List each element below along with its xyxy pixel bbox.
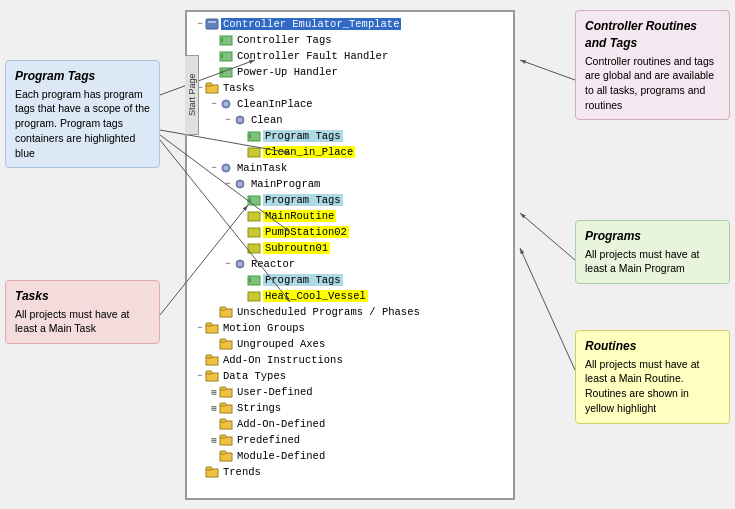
svg-point-20: [238, 182, 242, 186]
tree-node-motion-groups[interactable]: − Motion Groups: [195, 320, 509, 336]
str-label[interactable]: Strings: [235, 402, 283, 414]
svg-rect-16: [248, 148, 260, 157]
tree-node-unscheduled[interactable]: Unscheduled Programs / Phases: [195, 304, 509, 320]
tree-node-clean[interactable]: − Clean: [195, 112, 509, 128]
svg-rect-36: [220, 339, 226, 342]
cip-label[interactable]: CleanInPlace: [235, 98, 315, 110]
mg-expander[interactable]: −: [195, 323, 205, 333]
folder-icon-tr: [205, 466, 219, 478]
tree-node-strings[interactable]: ⊞ Strings: [195, 400, 509, 416]
pd-expander[interactable]: ⊞: [209, 435, 219, 446]
folder-icon-ai: [205, 354, 219, 366]
aod-label[interactable]: Add-On-Defined: [235, 418, 327, 430]
tree-node-heat-cool[interactable]: Heat_Cool_Vessel: [195, 288, 509, 304]
dt-label[interactable]: Data Types: [221, 370, 288, 382]
pt3-label[interactable]: Program Tags: [263, 274, 343, 286]
callout-tasks-title: Tasks: [15, 288, 150, 305]
tree-panel: − Controller Emulator_Template Controlle…: [185, 10, 515, 500]
tree-node-power-up[interactable]: Power-Up Handler: [195, 64, 509, 80]
tree-node-program-tags-2[interactable]: Program Tags: [195, 192, 509, 208]
tree-node-mainprogram[interactable]: − MainProgram: [195, 176, 509, 192]
reactor-label[interactable]: Reactor: [249, 258, 297, 270]
svg-rect-1: [208, 21, 216, 23]
tr-label[interactable]: Trends: [221, 466, 263, 478]
tree-content[interactable]: − Controller Emulator_Template Controlle…: [187, 12, 513, 498]
start-page-tab[interactable]: Start Page: [185, 55, 199, 135]
mt-label[interactable]: MainTask: [235, 162, 289, 174]
pt1-label[interactable]: Program Tags: [263, 130, 343, 142]
reactor-expander[interactable]: −: [223, 259, 233, 269]
mg-label[interactable]: Motion Groups: [221, 322, 307, 334]
svg-rect-23: [248, 212, 260, 221]
fh-label[interactable]: Controller Fault Handler: [235, 50, 390, 62]
root-label[interactable]: Controller Emulator_Template: [221, 18, 401, 30]
dt-expander[interactable]: −: [195, 371, 205, 381]
sr-label[interactable]: Subroutn01: [263, 242, 330, 254]
ud-expander[interactable]: ⊞: [209, 387, 219, 398]
callout-program-tags: Program Tags Each program has program ta…: [5, 60, 160, 168]
tree-node-addon-inst[interactable]: Add-On Instructions: [195, 352, 509, 368]
callout-routines-title: Routines: [585, 338, 720, 355]
folder-icon-ud: [219, 386, 233, 398]
callout-routines-body: All projects must have at least a Main R…: [585, 357, 720, 416]
svg-rect-52: [206, 467, 212, 470]
mr-label[interactable]: MainRoutine: [263, 210, 336, 222]
tree-node-mainroutine[interactable]: MainRoutine: [195, 208, 509, 224]
svg-rect-42: [220, 387, 226, 390]
svg-rect-30: [248, 292, 260, 301]
tree-node-maintask[interactable]: − MainTask: [195, 160, 509, 176]
svg-point-13: [238, 118, 242, 122]
svg-rect-50: [220, 451, 226, 454]
pd-label[interactable]: Predefined: [235, 434, 302, 446]
folder-icon-str: [219, 402, 233, 414]
callout-controller-routines-body: Controller routines and tags are global …: [585, 54, 720, 113]
tree-node-fault-handler[interactable]: Controller Fault Handler: [195, 48, 509, 64]
mp-label[interactable]: MainProgram: [249, 178, 322, 190]
tree-node-subroutn01[interactable]: Subroutn01: [195, 240, 509, 256]
tree-node-tasks[interactable]: − Tasks: [195, 80, 509, 96]
ud-label[interactable]: User-Defined: [235, 386, 315, 398]
cip-expander[interactable]: −: [209, 99, 219, 109]
mt-expander[interactable]: −: [209, 163, 219, 173]
tree-node-user-defined[interactable]: ⊞ User-Defined: [195, 384, 509, 400]
svg-rect-44: [220, 403, 226, 406]
root-expander[interactable]: −: [195, 19, 205, 29]
tree-node-addon-defined[interactable]: Add-On-Defined: [195, 416, 509, 432]
tree-node-program-tags-3[interactable]: Program Tags: [195, 272, 509, 288]
routine-icon-cip: [247, 146, 261, 158]
hc-label[interactable]: Heat_Cool_Vessel: [263, 290, 368, 302]
tree-node-controller-tags[interactable]: Controller Tags: [195, 32, 509, 48]
svg-rect-46: [220, 419, 226, 422]
pu-label[interactable]: Power-Up Handler: [235, 66, 340, 78]
tag-icon-pt3: [247, 274, 261, 286]
tree-node-data-types[interactable]: − Data Types: [195, 368, 509, 384]
svg-rect-34: [206, 323, 212, 326]
tree-node-cleaninplace[interactable]: − CleanInPlace: [195, 96, 509, 112]
ua-label[interactable]: Ungrouped Axes: [235, 338, 327, 350]
tree-root[interactable]: − Controller Emulator_Template: [195, 16, 509, 32]
tree-node-trends[interactable]: Trends: [195, 464, 509, 480]
tree-node-program-tags-1[interactable]: Program Tags: [195, 128, 509, 144]
ciprt-label[interactable]: Clean_in_Place: [263, 146, 355, 158]
gear-icon-mp: [233, 178, 247, 190]
controller-icon: [205, 18, 219, 30]
mp-expander[interactable]: −: [223, 179, 233, 189]
pt2-label[interactable]: Program Tags: [263, 194, 343, 206]
tree-node-reactor[interactable]: − Reactor: [195, 256, 509, 272]
tree-node-module-defined[interactable]: Module-Defined: [195, 448, 509, 464]
str-expander[interactable]: ⊞: [209, 403, 219, 414]
ct-label[interactable]: Controller Tags: [235, 34, 334, 46]
clean-label[interactable]: Clean: [249, 114, 285, 126]
tree-node-pumpstation[interactable]: PumpStation02: [195, 224, 509, 240]
tree-node-predefined[interactable]: ⊞ Predefined: [195, 432, 509, 448]
tree-node-clean-in-place[interactable]: Clean_in_Place: [195, 144, 509, 160]
ai-label[interactable]: Add-On Instructions: [221, 354, 345, 366]
routine-icon-sr: [247, 242, 261, 254]
ps-label[interactable]: PumpStation02: [263, 226, 349, 238]
tasks-label[interactable]: Tasks: [221, 82, 257, 94]
clean-expander[interactable]: −: [223, 115, 233, 125]
us-label[interactable]: Unscheduled Programs / Phases: [235, 306, 422, 318]
md-label[interactable]: Module-Defined: [235, 450, 327, 462]
svg-point-18: [224, 166, 228, 170]
tree-node-ungrouped[interactable]: Ungrouped Axes: [195, 336, 509, 352]
